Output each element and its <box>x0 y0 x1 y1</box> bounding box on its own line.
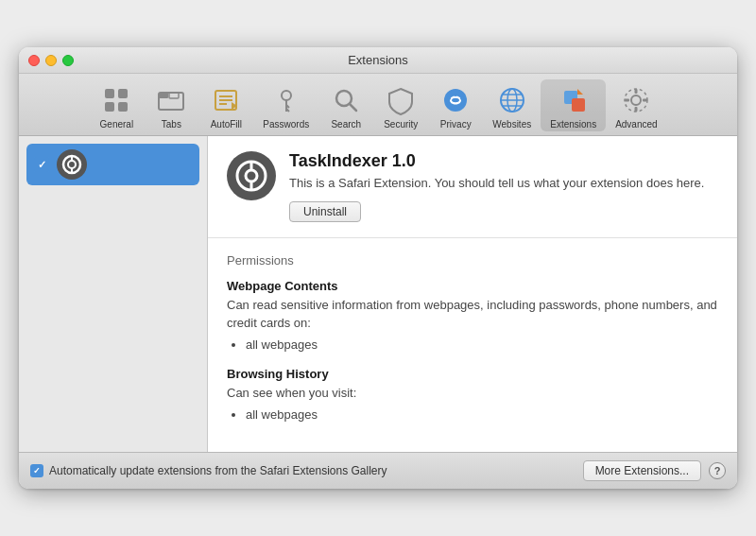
svg-rect-37 <box>635 107 638 112</box>
general-label: General <box>100 119 134 130</box>
main-panel: TaskIndexer 1.0 This is a Safari Extensi… <box>208 136 737 452</box>
uninstall-button[interactable]: Uninstall <box>289 201 361 222</box>
window-title: Extensions <box>348 53 408 67</box>
search-icon <box>329 83 363 117</box>
auto-update-checkbox[interactable]: ✓ <box>30 464 43 477</box>
extension-icon-small <box>57 149 87 180</box>
svg-rect-5 <box>159 93 168 98</box>
minimize-button[interactable] <box>45 55 57 66</box>
permissions-section: Permissions Webpage Contents Can read se… <box>208 238 737 452</box>
browsing-history-list: all webpages <box>246 407 718 422</box>
autofill-label: AutoFill <box>211 119 242 130</box>
svg-point-21 <box>460 102 464 106</box>
general-icon <box>99 83 133 117</box>
svg-point-34 <box>631 95 641 105</box>
auto-update-checkmark: ✓ <box>33 466 41 475</box>
privacy-label: Privacy <box>440 119 472 130</box>
autofill-icon <box>209 83 243 117</box>
footer-right: More Extensions... ? <box>583 460 726 481</box>
traffic-lights <box>28 55 74 66</box>
svg-line-17 <box>350 104 356 111</box>
svg-point-24 <box>447 96 451 100</box>
extension-checkbox[interactable]: ✓ <box>34 157 49 172</box>
webpage-contents-desc: Can read sensitive information from webp… <box>227 297 718 331</box>
toolbar-item-websites[interactable]: Websites <box>483 79 541 131</box>
extensions-label: Extensions <box>550 119 596 130</box>
advanced-icon <box>619 83 653 117</box>
sidebar: ✓ <box>19 136 208 452</box>
security-icon <box>384 83 418 117</box>
tabs-icon <box>154 83 188 117</box>
browsing-history-desc: Can see when you visit: <box>227 385 718 402</box>
auto-update-label: Automatically update extensions from the… <box>49 464 387 477</box>
help-button[interactable]: ? <box>709 462 726 479</box>
checkbox-checkmark: ✓ <box>38 160 46 170</box>
svg-point-19 <box>454 93 457 96</box>
search-label: Search <box>331 119 361 130</box>
preferences-window: Extensions General T <box>19 47 737 489</box>
browsing-history-heading: Browsing History <box>227 367 718 381</box>
more-extensions-button[interactable]: More Extensions... <box>583 460 701 481</box>
svg-rect-0 <box>105 89 114 98</box>
svg-rect-38 <box>625 99 629 102</box>
svg-rect-32 <box>572 91 577 98</box>
svg-rect-39 <box>643 99 647 102</box>
toolbar-item-passwords[interactable]: Passwords <box>253 79 318 131</box>
svg-rect-31 <box>572 98 585 112</box>
permissions-heading: Permissions <box>227 253 718 268</box>
svg-rect-3 <box>118 102 128 112</box>
toolbar-item-search[interactable]: Search <box>318 79 373 131</box>
webpage-contents-list: all webpages <box>246 337 718 352</box>
svg-point-41 <box>68 161 76 168</box>
extension-icon-large <box>227 151 276 200</box>
tabs-label: Tabs <box>162 119 181 130</box>
webpage-contents-item: all webpages <box>246 337 718 352</box>
svg-point-22 <box>454 105 457 109</box>
svg-marker-33 <box>577 89 583 95</box>
maximize-button[interactable] <box>62 55 74 66</box>
close-button[interactable] <box>28 55 40 66</box>
advanced-label: Advanced <box>615 119 657 130</box>
svg-rect-2 <box>105 102 114 112</box>
extension-info: TaskIndexer 1.0 This is a Safari Extensi… <box>289 151 718 222</box>
toolbar-item-advanced[interactable]: Advanced <box>606 79 666 131</box>
svg-rect-36 <box>635 89 638 94</box>
content-area: ✓ <box>19 136 737 452</box>
footer: ✓ Automatically update extensions from t… <box>19 452 737 489</box>
extension-header: TaskIndexer 1.0 This is a Safari Extensi… <box>208 136 737 238</box>
websites-label: Websites <box>492 119 531 130</box>
privacy-icon <box>438 83 472 117</box>
passwords-icon <box>269 83 303 117</box>
webpage-contents-heading: Webpage Contents <box>227 279 718 293</box>
toolbar-item-general[interactable]: General <box>89 79 144 131</box>
security-label: Security <box>384 119 418 130</box>
webpage-contents-group: Webpage Contents Can read sensitive info… <box>227 279 718 351</box>
toolbar-item-autofill[interactable]: AutoFill <box>198 79 253 131</box>
footer-left: ✓ Automatically update extensions from t… <box>30 464 387 477</box>
svg-point-12 <box>282 91 291 100</box>
toolbar-item-privacy[interactable]: Privacy <box>428 79 483 131</box>
svg-point-20 <box>460 96 464 100</box>
websites-icon <box>495 83 529 117</box>
toolbar-item-tabs[interactable]: Tabs <box>144 79 198 131</box>
extensions-icon <box>557 83 591 117</box>
browsing-history-item: all webpages <box>246 407 718 422</box>
sidebar-extension-item[interactable]: ✓ <box>26 144 199 185</box>
toolbar: General Tabs A <box>19 74 737 136</box>
svg-point-45 <box>246 170 257 182</box>
extension-name: TaskIndexer 1.0 <box>289 151 718 171</box>
browsing-history-group: Browsing History Can see when you visit:… <box>227 367 718 422</box>
svg-point-23 <box>447 102 451 106</box>
titlebar: Extensions <box>19 47 737 74</box>
svg-rect-1 <box>118 89 128 98</box>
extension-description: This is a Safari Extension. You should t… <box>289 175 718 192</box>
toolbar-item-extensions[interactable]: Extensions <box>541 79 606 131</box>
toolbar-item-security[interactable]: Security <box>373 79 428 131</box>
passwords-label: Passwords <box>263 119 309 130</box>
